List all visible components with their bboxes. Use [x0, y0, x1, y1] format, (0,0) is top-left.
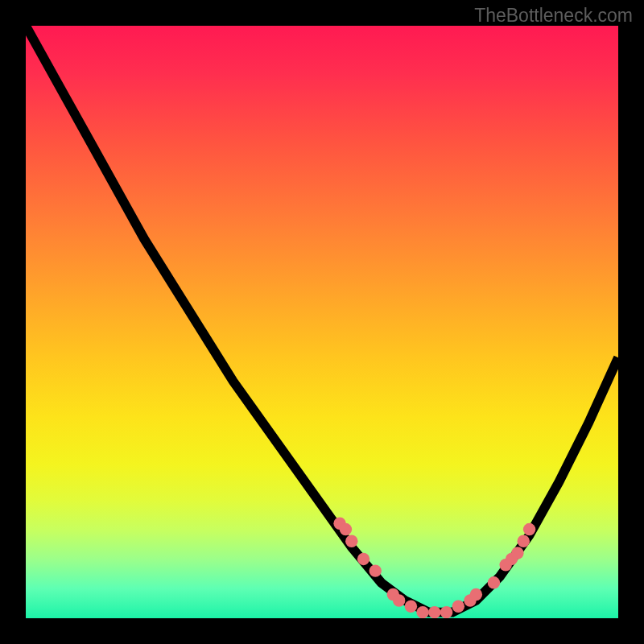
marker-point	[452, 601, 464, 613]
marker-point	[488, 576, 500, 588]
marker-point	[470, 588, 482, 601]
marker-point	[518, 535, 530, 547]
marker-point	[340, 523, 352, 535]
marker-point	[440, 606, 452, 618]
marker-point	[428, 606, 440, 618]
marker-point	[345, 535, 357, 547]
marker-point	[416, 606, 428, 618]
marker-point	[393, 594, 405, 606]
marker-point	[405, 601, 417, 613]
plot-area	[26, 26, 618, 618]
marker-point	[357, 553, 369, 565]
chart-frame: TheBottleneck.com	[0, 0, 644, 644]
marker-point	[523, 523, 535, 535]
marker-point	[369, 564, 382, 576]
bottleneck-curve	[26, 26, 618, 618]
marker-point	[511, 547, 523, 559]
watermark-text: TheBottleneck.com	[474, 5, 633, 27]
